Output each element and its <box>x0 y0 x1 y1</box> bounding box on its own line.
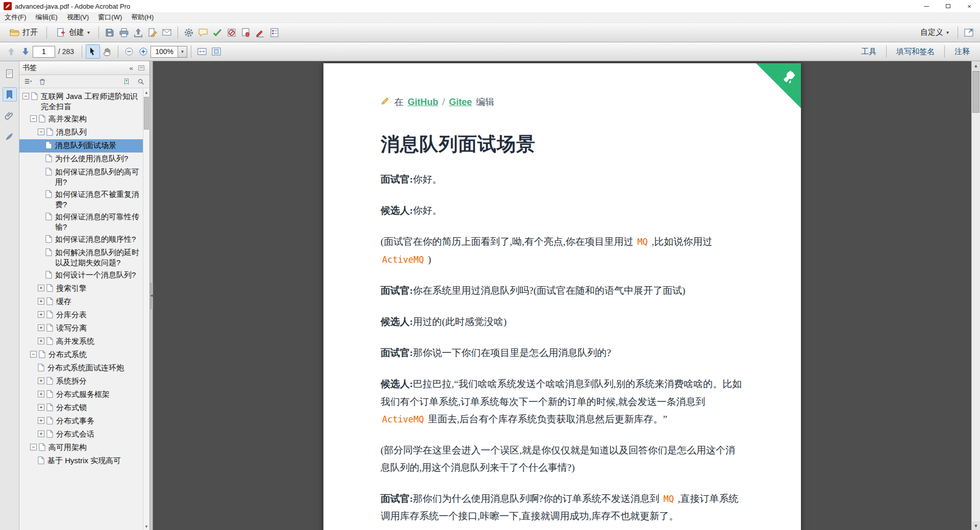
bookmark-item[interactable]: −互联网 Java 工程师进阶知识完全扫盲 <box>19 90 143 113</box>
sign-document-icon[interactable] <box>145 26 160 40</box>
zoom-level-select[interactable]: 100% ▾ <box>150 46 187 58</box>
fill-sign-pane-button[interactable]: 填写和签名 <box>890 45 941 59</box>
document-scrollbar[interactable]: ▲ ▼ <box>971 61 980 530</box>
certificate-icon[interactable] <box>239 26 253 40</box>
open-button[interactable]: 打开 <box>4 25 43 40</box>
scroll-down-icon[interactable]: ▼ <box>972 521 980 530</box>
scroll-up-icon[interactable]: ▲ <box>972 61 980 70</box>
comment-bubble-icon[interactable] <box>196 26 210 40</box>
approve-stamp-icon[interactable] <box>210 26 224 40</box>
create-button[interactable]: 创建 ▾ <box>51 25 95 40</box>
github-link[interactable]: GitHub <box>408 97 438 108</box>
panel-menu-icon[interactable] <box>136 63 146 73</box>
bookmarks-scrollbar-thumb[interactable] <box>144 97 149 130</box>
zoom-in-icon[interactable] <box>136 44 150 59</box>
bookmark-item[interactable]: −消息队列 <box>19 126 143 139</box>
forms-icon[interactable] <box>267 26 282 40</box>
email-icon[interactable] <box>160 26 174 40</box>
collapse-node-icon[interactable]: − <box>30 115 37 122</box>
collapse-panel-icon[interactable]: « <box>126 63 136 73</box>
close-button[interactable]: × <box>959 0 980 12</box>
bookmark-item[interactable]: +分库分表 <box>19 309 143 322</box>
bookmarks-scrollbar[interactable]: ▲ ▼ <box>143 89 149 530</box>
expand-node-icon[interactable]: + <box>38 377 44 384</box>
expand-node-icon[interactable]: + <box>38 417 44 424</box>
customize-dropdown-arrow-icon[interactable]: ▾ <box>946 30 949 35</box>
expand-node-icon[interactable]: + <box>38 324 44 331</box>
bookmark-item[interactable]: +高并发系统 <box>19 335 143 348</box>
scroll-down-icon[interactable]: ▼ <box>143 523 149 530</box>
select-tool-icon[interactable] <box>86 44 100 59</box>
bookmark-item[interactable]: +分布式事务 <box>19 415 143 428</box>
bookmark-item[interactable]: −高可用架构 <box>19 441 143 455</box>
page-thumbnails-icon[interactable] <box>3 66 17 81</box>
bookmark-options-icon[interactable] <box>22 77 34 87</box>
fit-page-icon[interactable] <box>209 44 223 59</box>
bookmark-item[interactable]: 基于 Hystrix 实现高可 <box>19 455 143 468</box>
bookmark-item[interactable]: +系统拆分 <box>19 375 143 388</box>
previous-page-icon[interactable] <box>4 44 18 59</box>
minimize-button[interactable] <box>916 0 937 12</box>
bookmark-item[interactable]: +读写分离 <box>19 322 143 335</box>
zoom-out-icon[interactable] <box>122 44 136 59</box>
fit-width-icon[interactable] <box>195 44 209 59</box>
page-number-input[interactable] <box>33 46 55 58</box>
bookmark-item[interactable]: −分布式系统 <box>19 348 143 362</box>
expand-node-icon[interactable]: + <box>38 431 44 437</box>
bookmark-item[interactable]: 消息队列面试场景 <box>19 139 143 153</box>
attachments-panel-icon[interactable] <box>3 108 17 122</box>
menu-edit[interactable]: 编辑(E) <box>31 12 62 23</box>
signatures-panel-icon[interactable] <box>3 129 17 143</box>
collapse-node-icon[interactable]: − <box>22 93 29 99</box>
zoom-dropdown-arrow-icon[interactable]: ▾ <box>178 46 187 57</box>
bookmark-item[interactable]: 如何解决消息队列的延时以及过期失效问题? <box>19 246 143 269</box>
bookmark-item[interactable]: +缓存 <box>19 295 143 309</box>
bookmarks-panel-icon[interactable] <box>3 87 17 102</box>
comment-pane-button[interactable]: 注释 <box>948 45 976 59</box>
menu-help[interactable]: 帮助(H) <box>127 12 158 23</box>
expand-node-icon[interactable]: + <box>38 391 44 397</box>
collapse-node-icon[interactable]: − <box>30 444 37 450</box>
gitee-link[interactable]: Gitee <box>449 97 472 108</box>
bookmark-item[interactable]: +分布式会话 <box>19 428 143 441</box>
bookmark-item[interactable]: +分布式服务框架 <box>19 388 143 401</box>
bookmark-item[interactable]: 如何设计一个消息队列? <box>19 269 143 282</box>
print-icon[interactable] <box>117 26 131 40</box>
find-bookmark-icon[interactable] <box>135 77 146 87</box>
gear-icon[interactable] <box>182 26 196 40</box>
pdf-page[interactable]: 在 GitHub / Gitee 编辑 消息队列面试场景 面试官:你好。候选人:… <box>323 63 801 530</box>
next-page-icon[interactable] <box>18 44 33 59</box>
bookmark-item[interactable]: +分布式锁 <box>19 401 143 415</box>
bookmark-item[interactable]: 分布式系统面试连环炮 <box>19 362 143 375</box>
bookmark-item[interactable]: +搜索引擎 <box>19 282 143 295</box>
expand-node-icon[interactable]: + <box>38 311 44 318</box>
maximize-button[interactable] <box>937 0 959 12</box>
menu-view[interactable]: 视图(V) <box>62 12 93 23</box>
bookmark-item[interactable]: −高并发架构 <box>19 113 143 126</box>
delete-bookmark-icon[interactable] <box>37 77 48 87</box>
tools-pane-button[interactable]: 工具 <box>855 45 883 59</box>
expand-node-icon[interactable]: + <box>38 404 44 411</box>
bookmark-item[interactable]: 如何保证消息队列的高可用? <box>19 166 143 188</box>
bookmark-item[interactable]: 为什么使用消息队列? <box>19 153 143 166</box>
hand-tool-icon[interactable] <box>100 44 114 59</box>
expand-node-icon[interactable]: + <box>38 338 44 344</box>
customize-button[interactable]: 自定义 ▾ <box>915 25 954 40</box>
document-scrollbar-thumb[interactable] <box>972 71 979 113</box>
menu-file[interactable]: 文件(F) <box>0 12 31 23</box>
save-icon[interactable] <box>103 26 117 40</box>
bookmark-item[interactable]: 如何保证消息的顺序性? <box>19 233 143 246</box>
expand-node-icon[interactable]: + <box>38 298 44 305</box>
expand-node-icon[interactable]: + <box>38 285 44 291</box>
restrict-editing-icon[interactable] <box>224 26 239 40</box>
create-dropdown-arrow-icon[interactable]: ▾ <box>87 30 90 35</box>
collapse-node-icon[interactable]: − <box>30 351 37 358</box>
menu-window[interactable]: 窗口(W) <box>93 12 127 23</box>
signature-pen-icon[interactable] <box>253 26 267 40</box>
bookmark-item[interactable]: 如何保证消息的可靠性传输? <box>19 211 143 233</box>
scroll-up-icon[interactable]: ▲ <box>143 89 149 96</box>
new-bookmark-icon[interactable] <box>121 77 132 87</box>
expand-panels-icon[interactable] <box>962 26 976 40</box>
collapse-node-icon[interactable]: − <box>38 129 44 135</box>
bookmark-item[interactable]: 如何保证消息不被重复消费? <box>19 188 143 211</box>
